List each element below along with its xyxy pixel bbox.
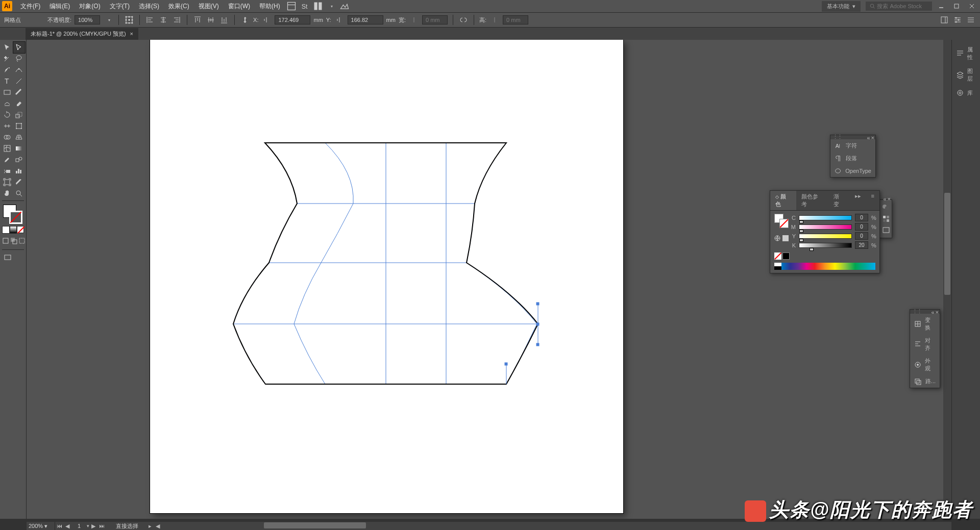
prefs-icon[interactable]	[952, 15, 963, 25]
color-type-icon[interactable]	[782, 235, 789, 241]
rectangle-tool[interactable]	[1, 87, 13, 98]
type-tool[interactable]: T	[1, 75, 13, 87]
document-tab[interactable]: 未标题-1* @ 200% (CMYK/GPU 预览) ×	[26, 28, 138, 40]
color-mode[interactable]	[2, 226, 10, 234]
workspace-switcher[interactable]: 基本功能▾	[822, 1, 861, 12]
eyedropper-tool[interactable]	[1, 154, 13, 165]
menu-select[interactable]: 选择(S)	[135, 1, 163, 12]
shaper-tool[interactable]	[1, 98, 13, 109]
horizontal-scrollbar[interactable]	[264, 522, 366, 528]
w-link-icon[interactable]	[409, 15, 419, 25]
zoom-level[interactable]: 200% ▾	[27, 522, 55, 531]
height-input[interactable]	[503, 15, 528, 24]
global-color-icon[interactable]	[774, 235, 780, 241]
curvature-tool[interactable]	[13, 64, 26, 75]
x-input[interactable]	[275, 15, 310, 24]
gradient-tool[interactable]	[13, 143, 26, 154]
black-slider[interactable]	[799, 243, 852, 248]
free-transform-tool[interactable]	[13, 120, 26, 132]
color-guide-tab[interactable]: 颜色参考	[796, 191, 828, 210]
opacity-input[interactable]	[75, 15, 100, 24]
paintbrush-tool[interactable]	[13, 87, 26, 98]
blend-tool[interactable]	[13, 154, 26, 165]
fill-stroke-swatch[interactable]	[1, 203, 25, 225]
panel-layout-icon[interactable]	[939, 15, 949, 25]
pathfinder-btn[interactable]: 路...	[910, 375, 940, 388]
none-swatch[interactable]	[774, 253, 781, 260]
draw-normal[interactable]	[2, 236, 10, 247]
next-artboard[interactable]: ▶	[89, 522, 97, 529]
menu-type[interactable]: 文字(T)	[106, 1, 134, 12]
swatches-chip[interactable]	[881, 214, 891, 224]
yellow-input[interactable]	[855, 232, 868, 240]
width-tool[interactable]	[1, 120, 13, 132]
chip-collapse-icon[interactable]: «	[883, 196, 886, 202]
opacity-dropdown[interactable]	[103, 15, 113, 25]
window-minimize[interactable]	[935, 2, 947, 11]
y-input[interactable]	[348, 15, 383, 24]
align-right-icon[interactable]	[172, 15, 182, 25]
window-maximize[interactable]	[950, 2, 963, 11]
menu-view[interactable]: 视图(V)	[194, 1, 223, 12]
align-top-icon[interactable]	[192, 15, 203, 25]
symbol-sprayer-tool[interactable]	[1, 165, 13, 176]
screen-mode[interactable]	[2, 253, 14, 264]
panel-collapse-icon[interactable]: «	[867, 135, 870, 141]
pen-tool[interactable]	[1, 64, 13, 75]
menu-effect[interactable]: 效果(C)	[164, 1, 193, 12]
slice-tool[interactable]	[13, 176, 26, 188]
trans-close-icon[interactable]: ×	[936, 309, 939, 315]
stock-search[interactable]	[866, 2, 932, 11]
black-swatch[interactable]	[782, 253, 790, 260]
shape-builder-tool[interactable]	[1, 132, 13, 143]
align-vcenter-icon[interactable]	[206, 15, 216, 25]
window-close[interactable]	[966, 2, 978, 11]
dock-libraries[interactable]: 库	[952, 86, 980, 100]
hand-tool[interactable]	[1, 188, 13, 199]
stock-search-input[interactable]	[877, 3, 928, 9]
menu-help[interactable]: 帮助(H)	[255, 1, 284, 12]
scale-tool[interactable]	[13, 109, 26, 120]
panel-close-icon[interactable]: ×	[871, 135, 874, 141]
line-tool[interactable]	[13, 75, 26, 87]
panel-menu-icon[interactable]	[966, 15, 976, 25]
color-tab[interactable]: ◇ 颜色	[770, 191, 796, 210]
gpu-icon[interactable]	[339, 1, 350, 11]
opentype-panel-btn[interactable]: OpenType	[830, 165, 875, 177]
black-input[interactable]	[855, 241, 868, 249]
stroke-swatch[interactable]	[9, 211, 22, 224]
magenta-slider[interactable]	[799, 224, 852, 230]
arrange-dropdown[interactable]	[326, 1, 336, 11]
h-link-icon[interactable]	[489, 15, 500, 25]
transform-btn[interactable]: 变换	[910, 314, 940, 334]
x-link-icon[interactable]	[261, 15, 272, 25]
stock-icon[interactable]: St	[300, 1, 310, 11]
eraser-tool[interactable]	[13, 98, 26, 109]
width-input[interactable]	[422, 15, 448, 24]
last-artboard[interactable]: ⏭	[97, 522, 106, 529]
appearance-btn[interactable]: 外观	[910, 355, 940, 375]
y-link-icon[interactable]	[334, 15, 345, 25]
magic-wand-tool[interactable]	[1, 53, 13, 64]
dock-properties[interactable]: 属性	[952, 43, 980, 64]
zoom-tool[interactable]	[13, 188, 26, 199]
wh-link-icon[interactable]	[458, 15, 469, 25]
lasso-tool[interactable]	[13, 53, 26, 64]
perspective-grid-tool[interactable]	[13, 132, 26, 143]
none-mode[interactable]	[17, 226, 24, 233]
tab-close-icon[interactable]: ×	[130, 31, 133, 37]
trans-collapse-icon[interactable]: «	[931, 309, 934, 315]
artboard-number[interactable]	[71, 523, 87, 529]
brushes-chip[interactable]	[881, 225, 891, 235]
mesh-tool[interactable]	[1, 143, 13, 154]
chip-close-icon[interactable]: ×	[888, 196, 891, 202]
bridge-icon[interactable]	[286, 1, 297, 11]
selection-tool[interactable]	[1, 42, 13, 53]
gradient-mode[interactable]	[10, 226, 17, 234]
character-panel-btn[interactable]: A字符	[830, 139, 875, 152]
align-hcenter-icon[interactable]	[158, 15, 168, 25]
rotate-tool[interactable]	[1, 109, 13, 120]
canvas-area[interactable]	[27, 40, 951, 519]
transform-icon[interactable]	[240, 15, 250, 25]
gradient-tab[interactable]: 渐变	[828, 191, 849, 210]
